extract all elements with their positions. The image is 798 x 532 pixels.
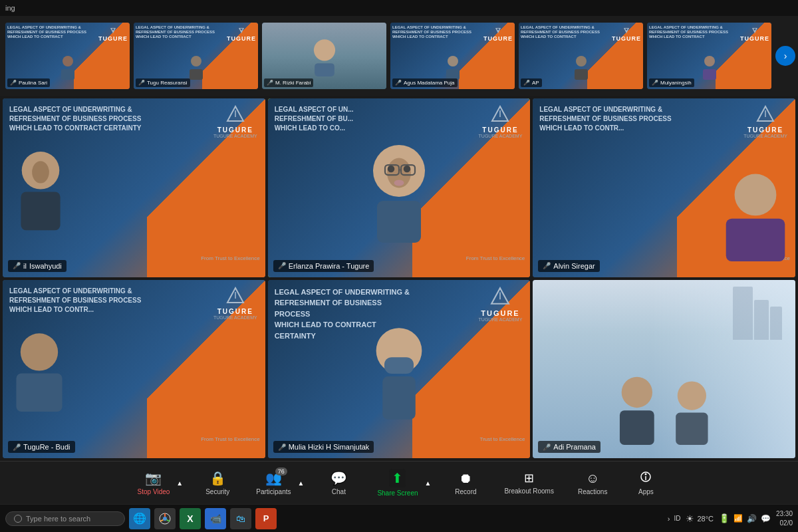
- tagline-budi: From Trust to Excellence: [201, 436, 259, 442]
- svg-rect-11: [703, 69, 716, 80]
- record-icon: ⏺: [459, 471, 472, 486]
- thumb-slide-title-4: LEGAL ASPECT OF UNDERWRITING &REFRESHMEN…: [392, 25, 471, 40]
- wifi-icon: 📶: [733, 514, 743, 523]
- name-adi: 🎤 Adi Pramana: [538, 441, 600, 453]
- reactions-label: Reactions: [578, 488, 607, 495]
- svg-point-10: [704, 56, 715, 66]
- video-cell-mulia: LEGAL ASPECT OF UNDERWRITING &REFRESHMEN…: [268, 280, 531, 459]
- svg-rect-42: [620, 410, 654, 445]
- search-placeholder: Type here to search: [26, 515, 90, 523]
- tugure-logo-budi: TUGURE TUGURE ACADEMY: [213, 287, 257, 320]
- share-screen-group: ⬆ Share Screen ▲: [372, 466, 432, 499]
- svg-point-8: [576, 56, 587, 66]
- thumb-logo-5: ⛛ TUGURE: [612, 25, 641, 42]
- video-cell-alvin: LEGAL ASPECT OF UNDERWRITING &REFRESHMEN…: [533, 98, 795, 277]
- name-mulia: 🎤 Mulia Hizki H Simanjutak: [273, 441, 374, 453]
- tugure-logo-cell1: TUGURE TUGURE ACADEMY: [213, 105, 257, 138]
- breakout-rooms-label: Breakout Rooms: [504, 487, 553, 495]
- security-label: Security: [205, 488, 229, 495]
- chat-button[interactable]: 💬 Chat: [319, 467, 358, 498]
- app-titlebar: ing: [0, 0, 798, 16]
- notification-icon[interactable]: 💬: [761, 514, 771, 523]
- chevron-icon[interactable]: ›: [668, 515, 670, 523]
- mic-icon-erlanza: 🎤: [278, 262, 286, 269]
- breakout-rooms-icon: ⊞: [524, 471, 534, 485]
- apps-button[interactable]: Apps: [626, 467, 666, 498]
- thumb-logo-4: ⛛ TUGURE: [483, 25, 513, 42]
- svg-point-0: [63, 56, 73, 66]
- tagline-mulia: Trust to Excellence: [480, 436, 525, 442]
- thumb-name-3: 🎤 M. Rizki Farabi: [264, 78, 313, 87]
- thumb-rizki[interactable]: 🎤 M. Rizki Farabi: [262, 23, 386, 89]
- taskbar-powerpoint[interactable]: P: [255, 508, 277, 529]
- slide-title-1: LEGAL ASPECT OF UNDERWRITING &REFRESHMEN…: [9, 105, 142, 133]
- thumb-mulyaningsih[interactable]: LEGAL ASPECT OF UNDERWRITING &REFRESHMEN…: [647, 23, 771, 89]
- reactions-button[interactable]: ☺ Reactions: [573, 468, 612, 498]
- thumb-ap[interactable]: LEGAL ASPECT OF UNDERWRITING &REFRESHMEN…: [519, 23, 643, 89]
- share-screen-caret[interactable]: ▲: [424, 478, 433, 488]
- taskbar-zoom[interactable]: 📹: [205, 508, 226, 529]
- svg-point-2: [191, 56, 201, 66]
- zoom-window: ing LEGAL ASPECT OF UNDERWRITING &REFRES…: [0, 0, 798, 532]
- svg-point-30: [735, 174, 777, 215]
- svg-rect-27: [377, 201, 421, 243]
- taskbar-excel[interactable]: X: [180, 508, 201, 529]
- thumb-slide-title: LEGAL ASPECT OF UNDERWRITING &REFRESHMEN…: [7, 25, 86, 40]
- person-alvin: [722, 166, 789, 264]
- thumb-agus[interactable]: LEGAL ASPECT OF UNDERWRITING &REFRESHMEN…: [390, 23, 515, 89]
- svg-point-49: [163, 517, 167, 521]
- taskbar-chrome[interactable]: [154, 508, 176, 529]
- reactions-icon: ☺: [586, 471, 599, 486]
- lang-icon[interactable]: ID: [674, 515, 680, 522]
- share-screen-button[interactable]: ⬆ Share Screen: [372, 466, 423, 499]
- thumb-paulina[interactable]: LEGAL ASPECT OF UNDERWRITING &REFRESHMEN…: [5, 23, 130, 89]
- taskbar-store[interactable]: 🛍: [230, 508, 251, 529]
- thumb-tugu[interactable]: LEGAL ASPECT OF UNDERWRITING &REFRESHMEN…: [134, 23, 258, 89]
- svg-rect-31: [726, 218, 785, 261]
- battery-icon: 🔋: [719, 513, 730, 523]
- thumb-name-4: 🎤 Agus Madatama Puja: [392, 78, 458, 87]
- mic-icon-iswahyudi: 🎤: [13, 262, 21, 269]
- camera-icon: 📷: [145, 470, 162, 486]
- tugure-logo-mulia: TUGURE TUGURE ACADEMY: [479, 287, 523, 322]
- taskbar-edge[interactable]: 🌐: [129, 508, 150, 529]
- svg-point-4: [313, 39, 334, 61]
- thumb-person-6: [647, 53, 771, 80]
- name-iswahyudi: 🎤 il Iswahyudi: [8, 260, 66, 272]
- participants-caret[interactable]: ▲: [296, 478, 305, 488]
- mic-icon-mulia: 🎤: [278, 444, 286, 451]
- thumb-slide-title-5: LEGAL ASPECT OF UNDERWRITING &REFRESHMEN…: [521, 25, 600, 40]
- thumb-name-5: 🎤 AP: [521, 78, 542, 87]
- stop-video-button[interactable]: 📷 Stop Video: [132, 467, 176, 498]
- record-button[interactable]: ⏺ Record: [446, 468, 485, 498]
- thumb-slide-title-2: LEGAL ASPECT OF UNDERWRITING &REFRESHMEN…: [136, 25, 215, 40]
- powerpoint-icon: P: [263, 513, 269, 523]
- thumb-logo-2: ⛛ TUGURE: [227, 25, 256, 42]
- thumb-slide-title-6: LEGAL ASPECT OF UNDERWRITING &REFRESHMEN…: [649, 25, 728, 40]
- breakout-rooms-button[interactable]: ⊞ Breakout Rooms: [499, 468, 559, 497]
- name-alvin: 🎤 Alvin Siregar: [538, 260, 599, 272]
- thumb-person-2: [134, 53, 258, 80]
- chrome-icon: [159, 513, 171, 525]
- time-display: 23:30: [776, 509, 793, 519]
- participants-button[interactable]: 👥 76 Participants: [251, 467, 296, 498]
- svg-rect-44: [676, 413, 708, 445]
- svg-point-46: [645, 473, 647, 475]
- svg-point-43: [678, 381, 706, 410]
- thumbnail-scroll-right[interactable]: ›: [775, 46, 795, 66]
- security-icon: 🔒: [209, 470, 226, 486]
- svg-rect-39: [384, 357, 414, 374]
- slide-title-erlanza: LEGAL ASPECT OF UN...REFRESHMENT OF BU..…: [275, 105, 354, 133]
- security-button[interactable]: 🔒 Security: [198, 467, 237, 498]
- apps-label: Apps: [638, 488, 654, 495]
- stop-video-caret[interactable]: ▲: [175, 478, 184, 488]
- svg-rect-35: [16, 373, 62, 412]
- video-cell-iswahyudi: LEGAL ASPECT OF UNDERWRITING &REFRESHMEN…: [3, 98, 265, 277]
- taskbar-search[interactable]: Type here to search: [5, 511, 125, 526]
- svg-point-22: [404, 166, 411, 173]
- slide-title-alvin: LEGAL ASPECT OF UNDERWRITING &REFRESHMEN…: [539, 105, 671, 133]
- share-screen-label: Share Screen: [377, 489, 418, 497]
- chat-label: Chat: [332, 488, 346, 495]
- participants-group: 👥 76 Participants ▲: [251, 467, 305, 498]
- thumb-person-5: [519, 53, 643, 80]
